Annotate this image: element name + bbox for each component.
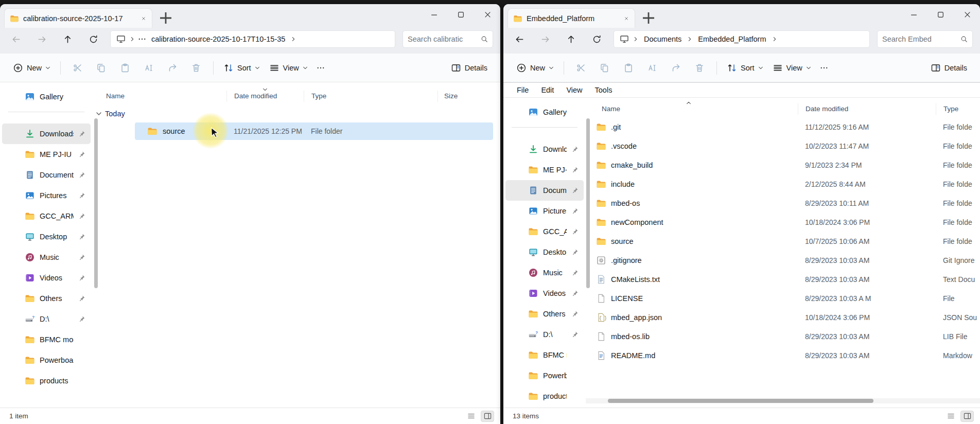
details-pane-button[interactable]: Details — [446, 59, 492, 77]
sidebar-item[interactable]: Music — [2, 247, 91, 268]
sidebar-item[interactable]: Pictures — [505, 201, 584, 221]
sidebar-item[interactable]: Others — [505, 304, 584, 324]
sort-button[interactable]: Sort — [219, 59, 265, 77]
tab-close-icon[interactable] — [141, 15, 147, 22]
refresh-button[interactable] — [588, 30, 605, 48]
search-input[interactable] — [882, 35, 957, 43]
sidebar-item[interactable]: BFMC models 20 — [2, 329, 91, 350]
sidebar-item[interactable]: GCC_ARM — [505, 221, 584, 242]
file-row[interactable]: mbed-os.lib 8/29/2023 10:03 AM LIB File — [586, 327, 980, 346]
sidebar-item[interactable]: Pictures — [2, 185, 91, 206]
up-button[interactable] — [59, 30, 76, 48]
list-view-toggle[interactable] — [464, 411, 478, 422]
sidebar-item[interactable]: ? D:\ — [505, 324, 584, 345]
tab-close-icon[interactable] — [623, 15, 629, 22]
forward-button[interactable] — [536, 30, 554, 48]
back-button[interactable] — [7, 30, 25, 48]
sidebar-item[interactable]: ME PJ-IU - Dc — [2, 144, 91, 165]
sidebar-item[interactable]: Music — [505, 262, 584, 283]
breadcrumb-overflow-button[interactable] — [138, 36, 146, 43]
maximize-button[interactable] — [933, 8, 948, 21]
sidebar-item[interactable]: products — [505, 386, 584, 407]
file-row[interactable]: .gitignore 8/29/2023 10:03 AM Git Ignore — [586, 251, 980, 270]
sidebar-item[interactable]: ? D:\ — [2, 309, 91, 329]
rename-button[interactable] — [642, 59, 662, 77]
breadcrumb-folder[interactable]: Documents — [642, 33, 684, 45]
more-options-button[interactable] — [312, 61, 329, 75]
details-view-toggle[interactable] — [481, 411, 494, 422]
sidebar-item[interactable]: BFMC models 20 — [505, 345, 584, 365]
rename-button[interactable] — [139, 59, 159, 77]
file-row[interactable]: source 11/21/2025 12:25 PM File folder — [135, 122, 493, 140]
file-row[interactable]: CMakeLists.txt 8/29/2023 10:03 AM Text D… — [586, 270, 980, 289]
sidebar-item[interactable]: Others — [2, 288, 91, 309]
menu-item[interactable]: Edit — [536, 84, 559, 96]
cut-button[interactable] — [571, 59, 591, 77]
file-row[interactable]: LICENSE 8/29/2023 10:03 A M File — [586, 289, 980, 308]
copy-button[interactable] — [92, 59, 111, 77]
file-row[interactable]: source 10/7/2025 10:06 AM File folde — [586, 232, 980, 251]
back-button[interactable] — [511, 30, 528, 48]
share-button[interactable] — [163, 59, 182, 77]
tab-embedded-platform[interactable]: Embedded_Platform — [507, 8, 635, 28]
tab-calibration-source[interactable]: calibration-source-2025-10-17 — [4, 8, 152, 28]
file-row[interactable]: include 2/12/2025 8:44 AM File folde — [586, 174, 980, 193]
new-button[interactable]: New — [8, 59, 55, 77]
sidebar-item[interactable]: Downloads — [2, 123, 91, 144]
paste-button[interactable] — [619, 59, 638, 77]
scrollbar-thumb[interactable] — [608, 399, 873, 403]
column-header-type[interactable]: Type — [304, 91, 437, 102]
column-header-size[interactable]: Size — [437, 91, 500, 102]
file-row[interactable]: mbed-os 8/29/2023 10:11 AM File folde — [586, 193, 980, 213]
delete-button[interactable] — [186, 59, 206, 77]
breadcrumb-folder[interactable]: calibration-source-2025-10-17T10-15-35 — [149, 33, 287, 45]
breadcrumb[interactable]: Documents Embedded_Platform — [614, 30, 870, 48]
sidebar-item[interactable]: Documents — [505, 180, 584, 201]
sidebar-item[interactable]: Videos — [505, 283, 584, 304]
sidebar-item[interactable]: Powerboard — [505, 365, 584, 386]
maximize-button[interactable] — [453, 8, 468, 21]
file-row[interactable]: newComponent 10/18/2024 3:06 PM File fol… — [586, 213, 980, 232]
menu-item[interactable]: Tools — [590, 84, 618, 96]
forward-button[interactable] — [33, 30, 50, 48]
column-header-date[interactable]: Date modified — [226, 91, 304, 102]
file-row[interactable]: cmake_build 9/1/2023 2:34 PM File folde — [586, 155, 980, 174]
sidebar-item[interactable]: Powerboard — [2, 350, 91, 370]
menu-item[interactable]: File — [512, 84, 534, 96]
paste-button[interactable] — [115, 59, 135, 77]
sidebar-item[interactable]: Videos — [2, 268, 91, 288]
minimize-button[interactable] — [906, 8, 921, 21]
sort-button[interactable]: Sort — [722, 59, 768, 77]
search-input[interactable] — [408, 35, 478, 43]
column-header-type[interactable]: Type — [936, 103, 980, 115]
new-tab-button[interactable] — [159, 11, 173, 25]
column-header-name[interactable]: Name — [596, 103, 798, 115]
file-row[interactable]: .git 11/12/2025 9:16 AM File folde — [586, 117, 980, 136]
group-header-today[interactable]: Today — [93, 105, 500, 122]
sidebar-item[interactable]: Desktop — [505, 242, 584, 262]
column-header-name[interactable]: Name — [93, 91, 226, 102]
sidebar-item[interactable]: Downloads — [505, 139, 584, 160]
up-button[interactable] — [562, 30, 580, 48]
sidebar-item[interactable]: GCC_ARM — [2, 206, 91, 226]
close-button[interactable] — [959, 8, 975, 21]
sidebar-item[interactable]: Desktop — [2, 226, 91, 247]
more-options-button[interactable] — [816, 61, 832, 75]
sidebar-item-gallery[interactable]: Gallery — [505, 102, 584, 122]
file-row[interactable]: { } mbed_app.json 10/18/2024 3:06 PM JSO… — [586, 308, 980, 327]
cut-button[interactable] — [68, 59, 87, 77]
column-header-date[interactable]: Date modified — [798, 103, 936, 115]
new-button[interactable]: New — [512, 59, 558, 77]
view-button[interactable]: View — [768, 59, 816, 77]
minimize-button[interactable] — [426, 8, 442, 21]
file-row[interactable]: README.md 8/29/2023 10:03 AM Markdow — [586, 346, 980, 365]
close-button[interactable] — [480, 8, 495, 21]
breadcrumb[interactable]: calibration-source-2025-10-17T10-15-35 — [110, 30, 395, 48]
sidebar-item[interactable]: products — [2, 370, 91, 391]
delete-button[interactable] — [690, 59, 709, 77]
breadcrumb-folder[interactable]: Embedded_Platform — [696, 33, 768, 45]
sidebar-item[interactable]: Documents — [2, 165, 91, 185]
sidebar-item[interactable]: ME PJ-IU - Dc — [505, 160, 584, 180]
share-button[interactable] — [666, 59, 686, 77]
menu-item[interactable]: View — [561, 84, 587, 96]
